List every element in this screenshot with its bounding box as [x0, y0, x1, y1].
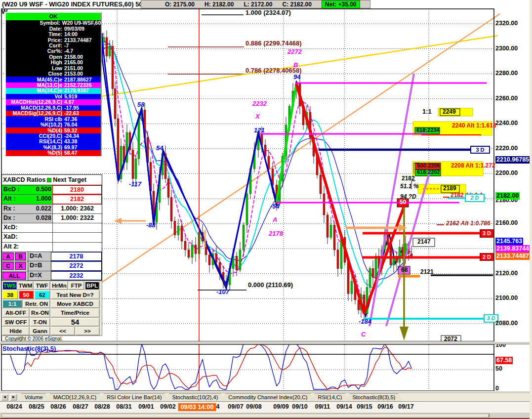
- xabcd-row: CXD=B2272: [2, 261, 102, 271]
- date-label: 09/15: [357, 403, 372, 410]
- control-button-retr-on[interactable]: Retr. ON: [23, 299, 50, 308]
- data-window-row: MACDHist(12,26,9,C)4.67: [6, 99, 101, 105]
- xabcd-target-value: 1.000: 2362: [52, 205, 102, 213]
- control-button-test-new-d-[interactable]: Test New D=?: [50, 290, 100, 299]
- xabcd-ratio-name: XcD:: [2, 223, 28, 232]
- control-button-38[interactable]: 38: [2, 290, 18, 299]
- xabcd-equation-label: D=X: [28, 271, 51, 280]
- indicator-tab-rsi-color-line-bar-14-[interactable]: RSI Color Line Bar(14): [100, 393, 168, 401]
- chart-annotation-text: 2121: [420, 268, 434, 275]
- control-button-bpl[interactable]: BPL: [84, 281, 100, 290]
- xabcd-target-value: 2180: [52, 185, 102, 194]
- control-button-ftp[interactable]: FTP: [68, 281, 84, 290]
- control-row: Alt-OFFRx-ONTime/Price: [2, 308, 102, 317]
- green-square-icon: [47, 178, 51, 182]
- copyright-text: Copyright © 2006 eSignal.: [5, 336, 63, 341]
- xabcd-point-button-all[interactable]: ALL: [2, 272, 26, 280]
- control-button-hrmn[interactable]: HrMn: [50, 281, 68, 290]
- xabcd-point-button-b[interactable]: B: [15, 252, 26, 260]
- control-row: HideGann<<>>: [2, 327, 102, 335]
- data-window-row-value: 43.38: [64, 139, 77, 144]
- tab-scroll-right-icon[interactable]: ►: [10, 394, 17, 401]
- price-axis-label: 2145.763: [495, 238, 523, 245]
- xabcd-chip-group: AB: [2, 252, 28, 261]
- chart-annotation-text: 54: [156, 145, 163, 152]
- chart-annotation-text: 94: [293, 74, 300, 81]
- control-button-tws[interactable]: TWS: [2, 281, 17, 290]
- control-button--[interactable]: >>: [75, 327, 100, 335]
- control-button-time-price[interactable]: Time/Price: [50, 308, 100, 317]
- control-button--[interactable]: <<: [50, 327, 75, 335]
- chart-annotation-text: -184: [359, 318, 371, 325]
- data-window-row-value: 2133.74487: [64, 38, 91, 43]
- control-button-rx-on[interactable]: Rx-ON: [30, 308, 50, 317]
- control-button-54[interactable]: 54: [50, 318, 100, 327]
- data-window-row-value: 2165.00: [64, 60, 83, 65]
- price-axis-label: 2133.74487: [495, 252, 530, 260]
- date-label-cursor-highlight: 09/03 14:00: [178, 403, 216, 411]
- control-button-hide[interactable]: Hide: [2, 327, 30, 335]
- chart-annotation-text: 2240 Alt 1:1.618: [452, 122, 496, 129]
- chart-annotation-text: 500:2206: [417, 162, 440, 169]
- control-button-62[interactable]: 62: [34, 290, 50, 299]
- indicator-tab-stochastic-10-2-4-[interactable]: Stochastic(10(2),4): [165, 393, 225, 401]
- indicator-tab-macd-12-26-9-c-[interactable]: MACD(12,26,9,C): [46, 393, 103, 401]
- data-window-row-label: Price:: [6, 38, 64, 43]
- indicator-tab-rsi-14-c-[interactable]: RSI(14,C): [311, 393, 349, 401]
- price-axis-label: 2139.83744: [495, 245, 530, 252]
- data-window-row-value: 4.67: [64, 99, 74, 105]
- xabcd-ratio-value: 1.000: [28, 195, 52, 204]
- data-window-row: Price:2133.74487: [6, 37, 101, 42]
- horizontal-scrollbar[interactable]: [1, 414, 490, 418]
- data-window-row-value: W20 U9-WSF,60: [62, 20, 101, 26]
- xabcd-point-button-c[interactable]: C: [2, 262, 14, 270]
- date-axis[interactable]: 08/2408/2508/2608/2708/2808/3109/0109/02…: [0, 402, 532, 413]
- xabcd-target-value: 1.000: 2322: [52, 214, 102, 223]
- indicator-tab-commodity-channel-index-20-c-[interactable]: Commodity Channel Index(20,C): [221, 393, 314, 401]
- data-window-row-label: MACD(12,26,9,C): [6, 105, 64, 111]
- data-window-rows: Symbol:W20 U9-WSF,60Date:09/03/09Time:14…: [6, 20, 101, 156]
- date-label: 09/08: [246, 403, 261, 410]
- chart-annotation-text: 2162 Alt 1:0.786: [446, 220, 491, 227]
- chart-annotation-text: 51.1 %: [400, 183, 418, 190]
- data-window-row-label: %D(4): [6, 128, 64, 133]
- data-window-row-label: MA(13,C)e: [6, 83, 64, 88]
- control-button-sw-off[interactable]: SW OFF: [2, 318, 30, 327]
- chart-annotation-text: 2249: [443, 108, 456, 115]
- decision-point-marker: 3 D: [470, 146, 490, 154]
- data-window-row-label: RSI(14,C): [6, 139, 64, 144]
- xabcd-row: Alt :1.0002182: [2, 195, 102, 204]
- control-button-alt-off[interactable]: Alt-OFF: [2, 308, 30, 317]
- control-button-move-xabcd[interactable]: Move XABCD: [50, 299, 100, 308]
- data-window-row-label: CCI(20,C): [6, 133, 64, 139]
- xabcd-next-target-label: Next Target: [53, 176, 86, 183]
- data-window-row-label: Csr%:: [6, 48, 64, 54]
- control-button-gann[interactable]: Gann: [30, 327, 50, 335]
- panel-divider[interactable]: [0, 341, 532, 344]
- indicator-tabs: VolumeMACD(12,26,9,C)RSI Color Line Bar(…: [18, 393, 399, 401]
- control-button-50[interactable]: 50: [18, 290, 34, 299]
- xabcd-point-button-a[interactable]: A: [2, 252, 14, 260]
- data-window-header[interactable]: OK: [6, 13, 101, 20]
- indicator-tab-stochastic-8-3-5-[interactable]: Stochastic(8(3),5): [345, 393, 402, 401]
- xabcd-ratio-name: XaD:: [2, 233, 28, 242]
- xabcd-ratio-name: Rx :: [2, 205, 28, 213]
- data-window-panel[interactable]: OK Symbol:W20 U9-WSF,60Date:09/03/09Time…: [5, 12, 102, 156]
- data-window-row-label: Time:: [6, 32, 64, 37]
- data-window-row: Close2153.00: [6, 71, 101, 77]
- control-button-twm[interactable]: TWM: [17, 281, 34, 290]
- indicator-tab-volume[interactable]: Volume: [18, 393, 50, 401]
- date-label: 09/09: [273, 403, 288, 410]
- tab-scroll-left-icon[interactable]: ◄: [1, 394, 8, 401]
- control-button-twf[interactable]: TWF: [34, 281, 50, 290]
- data-window-row: MACD(12,26,9,C)-17.95: [6, 105, 101, 111]
- xabcd-point-button-x[interactable]: X: [15, 262, 26, 270]
- xabcd-ratios-panel: XABCD Ratios Next Target BcD :0.5002180A…: [1, 174, 102, 281]
- date-label: 09/10: [292, 403, 307, 410]
- control-button-t-on[interactable]: T-ON: [30, 318, 50, 327]
- data-window-row-label: MA(45,C)e: [6, 77, 64, 83]
- data-window-row: RSI(14,C)43.38: [6, 139, 101, 144]
- chart-annotation-text: 50: [400, 199, 406, 206]
- price-axis-label: 2280.00: [495, 70, 518, 77]
- control-button-1-1[interactable]: 1:1: [2, 299, 23, 308]
